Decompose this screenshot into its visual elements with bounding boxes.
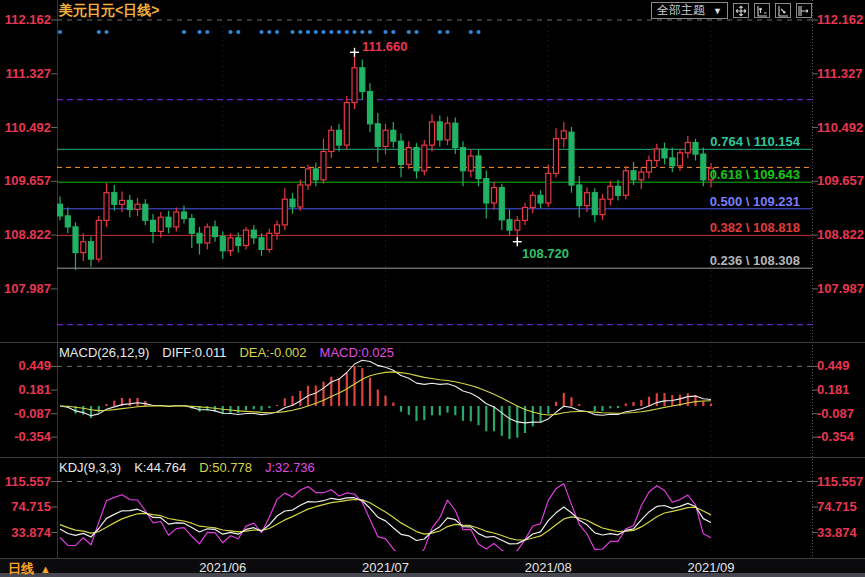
candle-body — [608, 186, 613, 199]
event-dot — [337, 30, 341, 34]
candle-body — [391, 130, 396, 141]
y-axis-label: -0.354 — [0, 430, 51, 443]
candle-body — [120, 200, 125, 204]
candle-body — [244, 230, 249, 245]
month-label: 2021/08 — [516, 560, 580, 575]
candle-body — [678, 153, 683, 166]
reset-axis-icon[interactable] — [796, 3, 812, 18]
move-crosshair-icon[interactable] — [733, 3, 749, 18]
candle-body — [375, 124, 380, 147]
event-dot — [236, 30, 240, 34]
event-dot — [58, 30, 62, 34]
candle-body — [213, 227, 218, 237]
fib-level-label: 0.236 \ 108.308 — [655, 253, 800, 268]
candle-body — [127, 200, 132, 209]
period-selector[interactable]: 日线▲ — [8, 560, 51, 577]
candle-body — [321, 152, 326, 180]
month-label: 2021/06 — [191, 560, 255, 575]
high-price-annotation: 111.660 — [362, 39, 408, 54]
candle-body — [647, 161, 652, 173]
candle-body — [461, 148, 466, 171]
candle-body — [151, 220, 156, 231]
macd-diff-value: DIFF:0.011 — [162, 345, 226, 360]
candle-body — [189, 219, 194, 234]
candle-body — [143, 204, 148, 220]
event-dot — [228, 30, 232, 34]
theme-dropdown[interactable]: 全部主题 ▼ — [651, 2, 728, 19]
candle-body — [422, 145, 427, 171]
fib-level-label: 0.500 \ 109.231 — [655, 194, 800, 209]
candle-body — [58, 204, 63, 216]
candle-body — [290, 199, 295, 207]
candle-body — [112, 193, 117, 205]
candle-body — [104, 193, 109, 221]
y-axis-label: 111.327 — [0, 67, 51, 80]
candle-body — [166, 217, 171, 227]
event-dot — [445, 30, 449, 34]
y-axis-label: 74.715 — [0, 500, 51, 513]
period-label: 日线 — [8, 561, 34, 576]
candle-body — [267, 233, 272, 249]
fib-level-label: 0.764 \ 110.154 — [655, 134, 800, 149]
candle-body — [65, 216, 70, 227]
candle-body — [484, 179, 489, 203]
y-axis-label: 74.715 — [817, 500, 857, 513]
y-axis-label: 112.162 — [0, 13, 51, 26]
candle-body — [275, 225, 280, 233]
y-axis-label: 33.874 — [817, 526, 857, 539]
event-dot — [104, 30, 108, 34]
event-dot — [306, 30, 310, 34]
y-axis-label: 0.181 — [817, 383, 850, 396]
candle-body — [135, 204, 140, 209]
theme-dropdown-label: 全部主题 — [657, 2, 705, 19]
candle-body — [360, 68, 365, 92]
event-dot — [345, 30, 349, 34]
event-dot — [298, 30, 302, 34]
candle-body — [368, 92, 373, 124]
zoom-in-axis-icon[interactable] — [754, 3, 770, 18]
event-dot — [383, 30, 387, 34]
fib-level-label: 0.618 \ 109.643 — [655, 167, 800, 182]
candle-body — [499, 188, 504, 220]
trading-chart-window: 112.162112.162111.327111.327110.492110.4… — [0, 0, 865, 577]
candle-body — [623, 171, 628, 196]
chart-canvas[interactable] — [0, 0, 865, 577]
kdj-header: KDJ(9,3,3)K:44.764D:50.778J:32.736 — [59, 460, 328, 475]
candle-body — [313, 169, 318, 180]
event-dot — [438, 30, 442, 34]
event-dot — [97, 30, 101, 34]
candle-body — [654, 149, 659, 161]
candle-body — [251, 230, 256, 238]
event-dot — [414, 30, 418, 34]
y-axis-label: -0.087 — [0, 407, 51, 420]
y-axis-label: 109.657 — [817, 174, 864, 187]
candle-body — [453, 123, 458, 147]
month-label: 2021/07 — [354, 560, 418, 575]
chart-toolbar: 全部主题 ▼ — [651, 2, 812, 19]
candle-body — [197, 233, 202, 243]
y-axis-label: 111.327 — [817, 67, 863, 80]
y-axis-label: 107.987 — [817, 282, 864, 295]
candle-body — [530, 195, 535, 207]
candle-body — [639, 172, 644, 180]
y-axis-label: 0.181 — [0, 383, 51, 396]
low-price-annotation: 108.720 — [522, 246, 569, 261]
candle-body — [507, 220, 512, 230]
candle-body — [329, 130, 334, 151]
candle-body — [228, 238, 233, 251]
event-dot — [197, 30, 201, 34]
candle-body — [399, 141, 404, 164]
candle-body — [73, 227, 78, 253]
y-axis-label: 112.162 — [817, 13, 863, 26]
candle-body — [220, 237, 225, 251]
event-dot — [329, 30, 333, 34]
event-dot — [407, 30, 411, 34]
candle-body — [298, 185, 303, 207]
y-axis-label: 115.557 — [0, 475, 51, 488]
zoom-out-axis-icon[interactable] — [775, 3, 791, 18]
candle-body — [600, 199, 605, 214]
candle-body — [96, 220, 101, 259]
candle-body — [430, 122, 435, 145]
candle-body — [174, 212, 179, 227]
event-dot — [259, 30, 263, 34]
